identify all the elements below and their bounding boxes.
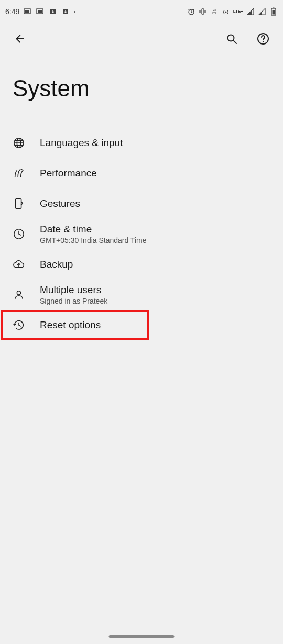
more-notifications-dot	[74, 11, 75, 13]
item-label: Gestures	[40, 198, 80, 209]
lte-indicator: LTE+	[233, 9, 243, 14]
vibrate-icon	[199, 8, 207, 15]
svg-point-21	[17, 291, 20, 295]
item-label: Multiple users	[40, 284, 107, 296]
status-bar: 6:49 VoLTE LTE+	[0, 0, 283, 23]
svg-rect-7	[202, 9, 204, 14]
back-button[interactable]	[9, 28, 30, 49]
svg-rect-3	[38, 10, 42, 13]
cloud-upload-icon	[13, 258, 25, 271]
status-time: 6:49	[5, 7, 19, 16]
notification-icon	[36, 8, 45, 15]
multiple-users-item[interactable]: Multiple users Signed in as Prateek	[4, 280, 279, 310]
performance-item[interactable]: Performance	[4, 158, 279, 188]
search-icon	[225, 32, 238, 45]
person-icon	[13, 288, 25, 301]
hotspot-icon	[222, 8, 230, 15]
item-label: Performance	[40, 168, 97, 179]
alarm-icon	[187, 8, 195, 15]
svg-rect-12	[273, 8, 275, 9]
item-label: Backup	[40, 259, 73, 270]
app-bar	[0, 23, 283, 54]
gestures-item[interactable]: Gestures	[4, 188, 279, 219]
volte-icon: VoLTE	[210, 8, 219, 15]
status-right: VoLTE LTE+	[187, 8, 278, 15]
date-time-item[interactable]: Date & time GMT+05:30 India Standard Tim…	[4, 219, 279, 249]
download-icon	[49, 8, 57, 15]
svg-rect-19	[16, 199, 21, 208]
signal-icon	[258, 8, 266, 15]
download-icon	[61, 8, 70, 15]
svg-text:LTE: LTE	[212, 12, 216, 15]
item-subtitle: GMT+05:30 India Standard Time	[40, 236, 147, 245]
navigation-pill[interactable]	[109, 635, 175, 638]
svg-point-16	[263, 41, 264, 42]
arrow-back-icon	[14, 32, 26, 45]
search-button[interactable]	[221, 28, 242, 49]
settings-list: Languages & input Performance Gestures D…	[0, 128, 283, 340]
history-icon	[13, 319, 25, 331]
help-button[interactable]	[253, 28, 274, 49]
languages-input-item[interactable]: Languages & input	[4, 128, 279, 158]
clock-icon	[13, 228, 25, 240]
performance-icon	[13, 167, 25, 180]
signal-icon	[246, 8, 255, 15]
svg-rect-13	[273, 10, 275, 15]
svg-point-10	[225, 12, 226, 13]
item-label: Languages & input	[40, 137, 123, 149]
svg-rect-1	[25, 10, 29, 13]
status-left: 6:49	[5, 7, 75, 16]
page-title: System	[0, 54, 283, 128]
gestures-icon	[13, 197, 25, 210]
help-icon	[257, 32, 269, 45]
backup-item[interactable]: Backup	[4, 249, 279, 280]
item-label: Reset options	[40, 319, 101, 331]
battery-icon	[269, 8, 278, 15]
item-label: Date & time	[40, 224, 147, 235]
item-subtitle: Signed in as Prateek	[40, 297, 107, 305]
globe-icon	[13, 137, 25, 149]
reset-options-item[interactable]: Reset options	[1, 310, 149, 340]
notification-icon	[24, 8, 32, 15]
